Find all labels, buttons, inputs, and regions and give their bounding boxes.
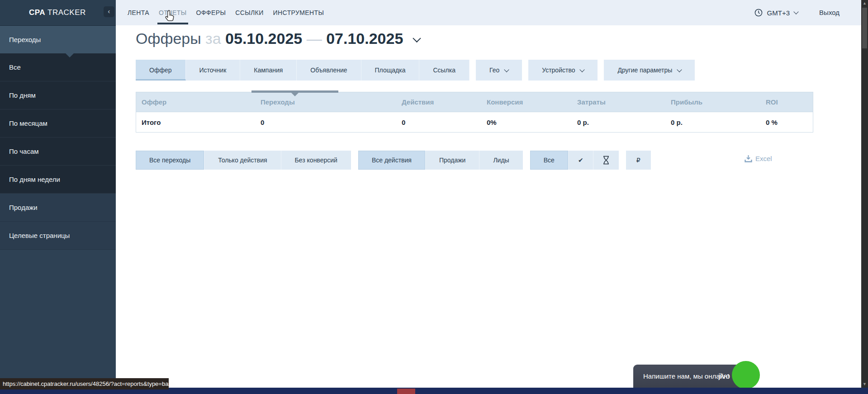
tab-istochnik[interactable]: Источник	[186, 60, 241, 81]
sidebar-item-vse[interactable]: Все	[0, 53, 116, 81]
sidebar-collapse-button[interactable]: ‹	[104, 6, 114, 17]
ruble-icon: ₽	[636, 157, 640, 164]
filter-bez-konversiy[interactable]: Без конверсий	[281, 151, 351, 170]
scroll-up-arrow[interactable]: ▲	[861, 0, 868, 7]
filter-vse-deystviya[interactable]: Все действия	[358, 151, 426, 170]
chevron-down-icon	[793, 9, 798, 14]
table-total-row: Итого 0 0 0% 0 р. 0 р. 0 %	[136, 112, 813, 133]
nav-items: ЛЕНТА ОТЧЕТЫ ОФФЕРЫ ССЫЛКИ ИНСТРУМЕНТЫ	[128, 0, 324, 25]
nav-tab-otchety[interactable]: ОТЧЕТЫ	[159, 0, 186, 25]
tab-kampaniya[interactable]: Кампания	[240, 60, 297, 81]
date-range-dash: —	[307, 30, 322, 47]
total-clicks: 0	[261, 119, 402, 126]
date-range-expand-icon[interactable]	[413, 34, 421, 43]
filter-vse-perehody[interactable]: Все переходы	[136, 151, 204, 170]
date-to[interactable]: 07.10.2025	[326, 30, 403, 47]
vertical-scrollbar[interactable]: ▲ ▼	[861, 0, 868, 388]
check-icon: ✔	[578, 157, 583, 164]
filter-lidy[interactable]: Лиды	[479, 151, 522, 170]
tab-ustroystvo-label: Устройство	[542, 60, 575, 81]
column-header-offer[interactable]: Оффер	[142, 98, 261, 106]
nav-tab-offery[interactable]: ОФФЕРЫ	[196, 0, 226, 25]
sidebar-item-po-dnyam-nedeli[interactable]: По дням недели	[0, 166, 116, 194]
nav-tab-lenta[interactable]: ЛЕНТА	[128, 0, 149, 25]
scroll-down-arrow[interactable]: ▼	[861, 381, 868, 388]
sidebar: CPA TRACKER ‹ Переходы Все По дням По ме…	[0, 0, 116, 388]
clock-icon	[754, 9, 763, 17]
hand-cursor-icon	[164, 10, 175, 22]
filter-approved-button[interactable]: ✔	[569, 151, 593, 170]
chevron-down-icon	[504, 67, 509, 72]
export-excel-link[interactable]: Excel	[745, 155, 772, 162]
status-filter-group: Все ✔	[530, 151, 619, 170]
filter-toolbar: Все переходы Только действия Без конверс…	[136, 151, 651, 170]
sidebar-item-po-chasam[interactable]: По часам	[0, 138, 116, 166]
tab-geo-dropdown[interactable]: Гео	[476, 60, 522, 81]
total-actions: 0	[402, 119, 487, 126]
currency-filter-group: ₽	[626, 151, 651, 170]
sort-indicator	[251, 90, 338, 93]
brand-bold: CPA	[29, 8, 45, 17]
total-conversion: 0%	[487, 119, 577, 126]
actions-filter-group: Все действия Продажи Лиды	[358, 151, 523, 170]
jivo-logo: jivo	[718, 365, 730, 388]
total-profit: 0 р.	[671, 119, 766, 126]
filter-prodazhi[interactable]: Продажи	[426, 151, 479, 170]
column-header-pribyl[interactable]: Прибыль	[671, 98, 766, 106]
chevron-down-icon	[580, 67, 585, 72]
table-header-row: Оффер Переходы Действия Конверсия Затрат…	[136, 92, 813, 112]
app-window: CPA TRACKER ‹ Переходы Все По дням По ме…	[0, 0, 868, 394]
report-table: Оффер Переходы Действия Конверсия Затрат…	[136, 92, 813, 133]
column-header-konversiya[interactable]: Конверсия	[487, 98, 577, 106]
report-entity: Офферы	[136, 30, 201, 47]
tab-ssylka[interactable]: Ссылка	[419, 60, 470, 81]
sidebar-item-po-mesyacam[interactable]: По месяцам	[0, 109, 116, 138]
top-navigation: ЛЕНТА ОТЧЕТЫ ОФФЕРЫ ССЫЛКИ ИНСТРУМЕНТЫ G…	[116, 0, 861, 25]
chat-green-circle	[732, 361, 760, 389]
tab-ustroystvo-dropdown[interactable]: Устройство	[528, 60, 598, 81]
tab-obyavlenie[interactable]: Объявление	[297, 60, 361, 81]
report-preposition: за	[205, 30, 221, 47]
tab-drugie-parametry-dropdown[interactable]: Другие параметры	[604, 60, 695, 81]
logout-link[interactable]: Выход	[819, 0, 840, 25]
filter-pending-button[interactable]	[593, 151, 619, 170]
sidebar-item-celevye-stranicy[interactable]: Целевые страницы	[0, 222, 116, 250]
column-header-deystviya[interactable]: Действия	[402, 98, 487, 106]
dimension-tabs: Оффер Источник Кампания Объявление Площа…	[136, 60, 695, 81]
chevron-down-icon	[677, 67, 682, 72]
date-from[interactable]: 05.10.2025	[225, 30, 302, 47]
sidebar-item-perehody[interactable]: Переходы	[0, 25, 116, 53]
tab-ploshchadka[interactable]: Площадка	[361, 60, 420, 81]
brand-rest: TRACKER	[45, 8, 86, 17]
total-label: Итого	[142, 119, 261, 126]
active-tab-underline	[157, 23, 188, 24]
main-content: Офферы за 05.10.2025 — 07.10.2025 Оффер …	[116, 25, 861, 388]
sidebar-item-po-dnyam[interactable]: По дням	[0, 81, 116, 109]
traffic-filter-group: Все переходы Только действия Без конверс…	[136, 151, 351, 170]
column-header-zatraty[interactable]: Затраты	[577, 98, 671, 106]
scrollbar-thumb[interactable]	[862, 8, 867, 48]
filter-tolko-deystviya[interactable]: Только действия	[204, 151, 281, 170]
chat-widget[interactable]: Напишите нам, мы онлайн! jivo	[633, 365, 750, 388]
nav-tab-ssylki[interactable]: ССЫЛКИ	[235, 0, 263, 25]
hourglass-icon	[602, 156, 610, 165]
chat-message: Напишите нам, мы онлайн!	[643, 365, 729, 388]
sidebar-item-prodazhi[interactable]: Продажи	[0, 194, 116, 222]
statusbar-link-preview: https://cabinet.cpatracker.ru/users/4825…	[0, 378, 169, 389]
tab-geo-label: Гео	[489, 60, 499, 81]
nav-tab-instrumenty[interactable]: ИНСТРУМЕНТЫ	[273, 0, 324, 25]
total-costs: 0 р.	[577, 119, 671, 126]
total-roi: 0 %	[766, 119, 813, 126]
timezone-selector[interactable]: GMT+3	[754, 0, 798, 25]
filter-status-vse[interactable]: Все	[530, 151, 569, 170]
timezone-value: GMT+3	[767, 9, 790, 17]
tab-drugie-parametry-label: Другие параметры	[617, 60, 672, 81]
column-header-perehody[interactable]: Переходы	[261, 98, 402, 106]
taskbar-accent	[397, 389, 415, 394]
brand-logo: CPA TRACKER ‹	[0, 0, 116, 25]
download-icon	[745, 155, 752, 162]
filter-currency-button[interactable]: ₽	[626, 151, 651, 170]
export-excel-label: Excel	[755, 155, 772, 162]
tab-offer[interactable]: Оффер	[136, 60, 186, 81]
column-header-roi[interactable]: ROI	[766, 98, 813, 106]
